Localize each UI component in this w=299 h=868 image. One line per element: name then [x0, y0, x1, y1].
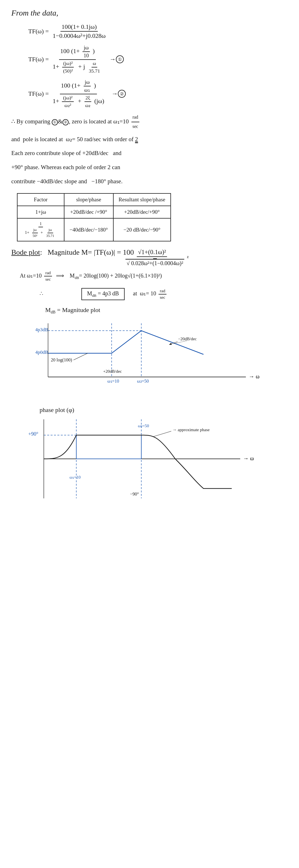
w1-label: ω₁=10: [108, 379, 119, 383]
f2i-num: jω: [32, 228, 38, 233]
approx-arrow: [153, 431, 171, 437]
tf3-inner-num: jω: [84, 79, 91, 86]
arrow-sym: ⟹: [55, 273, 68, 279]
at-w1-text: At ω₁=10: [20, 273, 43, 279]
mag-exponent: z: [187, 254, 189, 259]
mag-den-line: √ 0.028ω²+(1−0.0004ω)² z: [124, 251, 288, 267]
slope-2: −40dB/dec/−180°: [64, 218, 113, 241]
tf2-inner-den: 10: [83, 52, 90, 59]
col-factor: Factor: [17, 193, 64, 206]
rs2-num: rad: [44, 271, 52, 276]
tf3-den-frac2: 2ξ ω₂: [84, 95, 92, 108]
rad-sec-frac: radsec: [131, 114, 139, 130]
phase-plot-area: +90° → ω → approximate phase ω₂=50 ω₁=10: [20, 416, 288, 502]
factor-2-frac: 1 1+ jω 50² + jω 35.71: [24, 221, 58, 238]
tf1-label: TF(ω) =: [28, 28, 50, 35]
rad-sec-num: rad: [131, 114, 139, 122]
tf2-den-frac1: (jω)² (50)²: [62, 60, 74, 74]
tf2-arrow: → ①: [110, 55, 124, 63]
each-zero-1: Each zero contribute slope of +20dB/dec …: [11, 148, 288, 158]
ref-circle-1: ①: [52, 119, 58, 125]
ref-circle-2: ②: [62, 119, 69, 125]
slope-phase-table: Factor slope/phase Resultant slope/phase…: [17, 193, 171, 241]
box-formula: MdB = 4p3 dB: [81, 288, 125, 300]
resultant-2: −20 dB/dec/−90°: [113, 218, 171, 241]
col-slope-phase: slope/phase: [64, 193, 113, 206]
factor-2-num: 1: [38, 221, 43, 227]
rs3-num: rad: [158, 288, 166, 294]
tf3-inner-frac: jω ω₁: [83, 79, 91, 93]
tf3-den-frac1-den: ω₂²: [63, 102, 72, 108]
tf2-inner-frac: jω 10: [83, 44, 90, 59]
tf3-numerator: 100 (1+ jω ω₁ ): [60, 79, 97, 94]
annot-20log-arrow: [73, 353, 88, 360]
table-header-row: Factor slope/phase Resultant slope/phase: [17, 193, 171, 206]
tf3-circle: ②: [118, 90, 126, 98]
magnitude-plot-area: 4p3dB 4p0dB → ω 20 log(100) +20dB/dec −2…: [20, 320, 288, 401]
formula-block-1: TF(ω) = 100(1+ 0.1jω) 1−0.0004ω²+j0.028ω: [28, 23, 288, 39]
phase-label-text: phase plot (φ): [39, 406, 74, 413]
table-row: 1 1+ jω 50² + jω 35.71: [17, 218, 171, 241]
page-container: From the data, TF(ω) = 100(1+ 0.1jω) 1−0…: [0, 0, 299, 868]
rs3-den: sec: [158, 294, 166, 300]
mdb-calc: MdB= 20log(100) + 20log√(1+(6.1×10)²): [70, 273, 162, 279]
therefore-line: ∴ MdB = 4p3 dB at ω₁= 10 rad sec: [39, 286, 288, 302]
rs2-den: sec: [44, 276, 52, 282]
rad-sec-frac2: rad sec: [44, 271, 52, 282]
bode-section: Bode plot: Magnitude M= |TF(ω)| = 100 √1…: [11, 248, 288, 315]
mag-root-frac: √ 0.028ω²+(1−0.0004ω)²: [125, 251, 184, 267]
phase-w2-label: ω₂=50: [138, 424, 149, 428]
f2i2-num: jω: [48, 228, 53, 233]
tf2-den-frac2-num: ω: [92, 60, 97, 67]
w2-label: ω₂=50: [137, 379, 149, 383]
phase-x-label: → ω: [243, 455, 254, 461]
factor-1: 1+jω: [17, 206, 64, 218]
magnitude-plot-svg: 4p3dB 4p0dB → ω 20 log(100) +20dB/dec −2…: [20, 320, 274, 400]
tf3-inner-den: ω₁: [83, 86, 91, 93]
tf2-inner-num: jω: [83, 44, 90, 52]
phase-curve: [44, 435, 232, 489]
factor-2-inner: jω 50²: [31, 228, 38, 238]
rad-sec-frac3: rad sec: [158, 288, 166, 300]
rad-sec-den: sec: [131, 122, 139, 130]
comparison-text-2: and pole is located at ω₂= 50 rad/sec wi…: [11, 134, 288, 145]
table-section: Factor slope/phase Resultant slope/phase…: [11, 193, 288, 241]
tf3-den-frac2-num: 2ξ: [85, 95, 92, 102]
mdb-label: MdB = Magnitude plot: [45, 306, 288, 315]
f2i2-den: 35.71: [45, 233, 55, 238]
annot-20log: 20 log(100): [51, 358, 72, 363]
slope-1: +20dB/dec /+90°: [64, 206, 113, 218]
tf3-arrow: → ②: [112, 90, 126, 98]
y-label-lp0: 4p0dB: [35, 349, 48, 355]
tf3-den-frac1-num: (jω)²: [62, 95, 73, 102]
tf1-line: TF(ω) = 100(1+ 0.1jω) 1−0.0004ω²+j0.028ω: [28, 23, 288, 39]
tf2-den-frac2: ω 35.71: [88, 60, 101, 74]
tf3-den-frac2-den: ω₂: [84, 102, 92, 108]
mag-curve: [48, 331, 204, 354]
approx-phase-text: → approximate phase: [172, 428, 210, 432]
col-resultant: Resultant slope/phase: [113, 193, 171, 206]
therefore-sym: ∴: [39, 290, 46, 297]
factor-2-den: 1+ jω 50² + jω 35.71: [24, 227, 58, 238]
x-label-w: → ω: [249, 373, 260, 379]
tf2-line: TF(ω) = 100 (1+ jω 10 ) 1+ (jω)² (50)² +…: [28, 44, 288, 74]
tf3-label: TF(ω) =: [28, 90, 50, 97]
f2i-den: 50²: [31, 233, 38, 238]
tf1-numerator: 100(1+ 0.1jω): [60, 23, 98, 32]
phase-label: phase plot (φ): [39, 406, 288, 414]
tf3-fraction: 100 (1+ jω ω₁ ) 1+ (jω)² ω₂² + 2ξ: [52, 79, 106, 108]
annot-minus20: −20dB/dec: [178, 337, 197, 341]
factor-2-inner2: jω 35.71: [45, 228, 55, 238]
tf3-den-frac1: (jω)² ω₂²: [62, 95, 73, 108]
annot-plus20: +20dB/dec: [103, 369, 122, 374]
tf3-line: TF(ω) = 100 (1+ jω ω₁ ) 1+ (jω)² ω₂² +: [28, 79, 288, 108]
at-w1-section: At ω₁=10 rad sec ⟹ MdB= 20log(100) + 20l…: [20, 271, 288, 282]
y-label-lp3: 4p3dB: [35, 327, 48, 332]
phase-minus90-label: −90°: [130, 492, 139, 496]
tf1-fraction: 100(1+ 0.1jω) 1−0.0004ω²+j0.028ω: [52, 23, 107, 39]
formula-block-2: TF(ω) = 100 (1+ jω 10 ) 1+ (jω)² (50)² +…: [28, 44, 288, 74]
box-at-text: at ω₁= 10: [132, 290, 158, 297]
tf2-den-frac1-num: (jω)²: [62, 60, 74, 67]
table-row: 1+jω +20dB/dec /+90° +20dB/dec/+90°: [17, 206, 171, 218]
formula-block-3: TF(ω) = 100 (1+ jω ω₁ ) 1+ (jω)² ω₂² +: [28, 79, 288, 108]
